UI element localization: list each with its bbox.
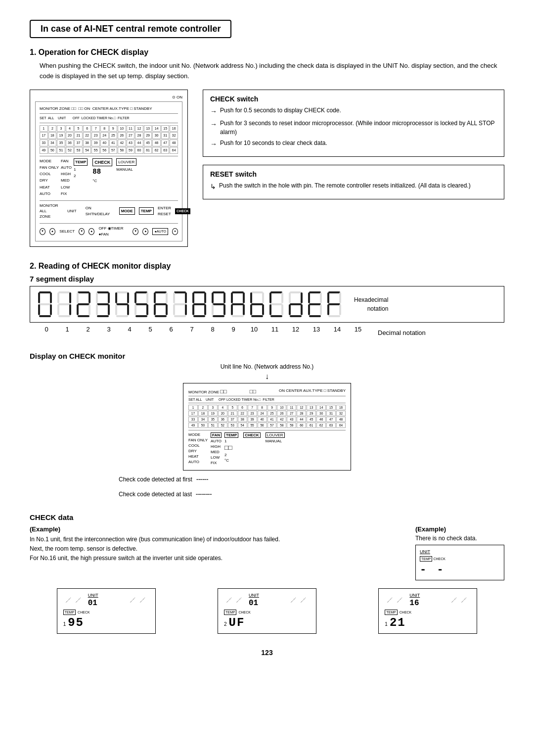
svg-rect-29: [115, 292, 117, 303]
svg-rect-75: [243, 304, 245, 315]
decimal-10: 10: [244, 326, 264, 333]
svg-rect-11: [57, 304, 59, 315]
svg-rect-50: [173, 292, 175, 303]
svg-rect-78: [250, 292, 252, 303]
svg-rect-14: [78, 291, 89, 293]
svg-rect-21: [97, 291, 109, 293]
page-number: 123: [30, 649, 504, 657]
box1-row-num: 1: [63, 621, 66, 627]
hex-notation-label: Hexadecimal notation: [354, 295, 388, 313]
decimal-7: 7: [182, 326, 202, 333]
seg-digit-2: [76, 290, 93, 318]
decimal-14: 14: [327, 326, 347, 333]
svg-rect-46: [154, 304, 156, 315]
decimal-15: 15: [348, 326, 368, 333]
svg-rect-19: [89, 304, 90, 315]
svg-rect-111: [328, 315, 340, 317]
svg-rect-43: [154, 292, 156, 303]
svg-rect-95: [289, 304, 291, 315]
svg-rect-37: [146, 292, 148, 303]
seg-digit-C: [268, 290, 286, 318]
svg-rect-35: [135, 291, 147, 293]
svg-rect-45: [155, 303, 167, 305]
box1-unit-label: UNIT: [88, 593, 125, 598]
svg-rect-68: [223, 304, 225, 315]
svg-rect-61: [204, 304, 206, 315]
svg-rect-4: [38, 304, 40, 315]
svg-rect-83: [251, 315, 263, 317]
svg-rect-69: [213, 315, 224, 317]
check-data-example-line2: Next, the room temp. sensor is defective…: [30, 544, 400, 554]
svg-rect-8: [57, 292, 59, 303]
svg-rect-48: [155, 315, 167, 317]
svg-rect-65: [223, 292, 225, 303]
svg-rect-27: [97, 315, 109, 317]
segment-display-section: 7 segment display: [30, 275, 504, 340]
svg-rect-88: [269, 304, 271, 315]
arrow-icon-3: →: [210, 139, 217, 149]
svg-rect-6: [39, 315, 51, 317]
svg-rect-52: [174, 303, 186, 305]
decimal-4: 4: [120, 326, 139, 333]
svg-rect-44: [166, 292, 168, 303]
svg-rect-100: [320, 292, 322, 303]
box2-unit-value: 01: [249, 599, 285, 608]
svg-rect-9: [69, 292, 71, 303]
seg-digit-3: [95, 290, 113, 318]
section2-heading: 2. Reading of CHECK monitor display: [30, 262, 504, 271]
arrow-icon-4: ↳: [210, 182, 216, 192]
svg-rect-5: [50, 304, 52, 315]
svg-rect-26: [108, 304, 110, 315]
check-switch-item-3: Push for 10 seconds to clear check data.: [220, 139, 327, 147]
svg-rect-92: [289, 292, 291, 303]
slash-icon-3: ⟋⟋: [224, 594, 244, 606]
seg-digit-5: [134, 290, 151, 318]
check-switch-item-1: Push for 0.5 seconds to display CHECK co…: [220, 106, 341, 115]
decimal-5: 5: [140, 326, 160, 333]
svg-rect-12: [69, 304, 71, 315]
svg-rect-96: [301, 304, 303, 315]
svg-rect-79: [262, 292, 264, 303]
no-check-example-subtitle: There is no check data.: [415, 535, 504, 542]
example-box-3: ⟋⟋ UNIT 16 ⟋⟋ TEMP CHECK 1 21: [378, 588, 477, 634]
svg-rect-54: [185, 304, 187, 315]
decimal-3: 3: [99, 326, 119, 333]
box2-row-num: 2: [224, 621, 227, 627]
svg-rect-15: [77, 292, 79, 303]
svg-rect-30: [127, 292, 129, 303]
svg-rect-24: [97, 303, 109, 305]
box1-temp-label: TEMP: [63, 610, 76, 615]
svg-rect-40: [146, 304, 148, 315]
svg-rect-87: [270, 303, 282, 305]
svg-rect-70: [232, 291, 244, 293]
svg-rect-104: [309, 315, 321, 317]
svg-rect-99: [308, 292, 310, 303]
svg-rect-16: [89, 292, 90, 303]
svg-rect-7: [58, 291, 70, 293]
svg-rect-51: [185, 292, 187, 303]
section1-body: When pushing the CHECK switch, the indoo…: [40, 61, 504, 82]
svg-rect-93: [301, 292, 303, 303]
decimal-0: 0: [37, 326, 56, 333]
example-box-2: ⟋⟋ UNIT 01 ⟋⟋ TEMP CHECK 2 UF: [218, 588, 316, 634]
svg-rect-71: [231, 292, 233, 303]
svg-rect-81: [250, 304, 252, 315]
svg-rect-23: [108, 292, 110, 303]
slash-icon-5: ⟋⟋: [385, 594, 404, 606]
box3-temp-label: TEMP: [385, 610, 397, 615]
svg-rect-72: [243, 292, 245, 303]
seg-digit-7: [172, 290, 190, 318]
svg-rect-109: [327, 304, 329, 315]
decimal-9: 9: [223, 326, 243, 333]
no-check-display-box: UNIT TEMP CHECK - -: [415, 545, 504, 580]
seg-digit-6: [153, 290, 171, 318]
svg-rect-41: [135, 315, 147, 317]
monitor-display-heading: Display on CHECK monitor: [30, 352, 504, 360]
svg-rect-67: [212, 304, 214, 315]
slash-icon-1: ⟋⟋: [63, 594, 83, 606]
seg-digit-b: [249, 290, 267, 318]
remote-diagram: ⊙ ON MONITOR ZONE □□ □□ ON CENTER AUX.TY…: [30, 90, 188, 247]
seg-digit-8: [191, 290, 209, 318]
check-switch-title: CHECK switch: [210, 95, 497, 103]
box3-unit-label: UNIT: [409, 593, 446, 598]
